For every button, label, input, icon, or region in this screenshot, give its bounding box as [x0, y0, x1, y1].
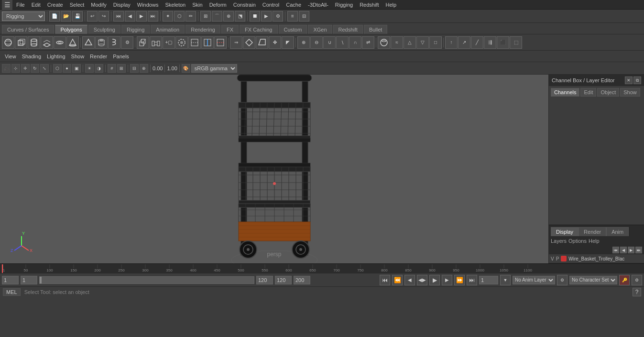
- tab-curves-surfaces[interactable]: Curves / Surfaces: [2, 25, 54, 34]
- vp-light-icon[interactable]: ☀: [85, 64, 94, 73]
- transport-end[interactable]: ⏭: [467, 275, 477, 285]
- poly-sphere-icon[interactable]: [2, 36, 14, 49]
- transport-prev[interactable]: ⏪: [392, 275, 403, 285]
- vp-wireframe-icon[interactable]: ⬡: [53, 64, 62, 73]
- tab-xgen[interactable]: XGen: [308, 25, 332, 34]
- crease-icon[interactable]: ╱: [471, 36, 483, 49]
- tab-animation[interactable]: Animation: [151, 25, 185, 34]
- tab-polygons[interactable]: Polygons: [55, 25, 87, 34]
- poly-pipe-icon[interactable]: [95, 36, 108, 49]
- undo-icon[interactable]: ↩: [87, 11, 98, 22]
- tab-custom[interactable]: Custom: [279, 25, 307, 34]
- vp-smooth-icon[interactable]: ●: [63, 64, 71, 73]
- vp-select-icon[interactable]: ⊹: [11, 64, 20, 73]
- mode-selector[interactable]: Rigging Modeling Animation FX Rendering: [2, 11, 45, 21]
- layer-name[interactable]: Wire_Basket_Trolley_Blac: [568, 256, 624, 261]
- reduce-icon[interactable]: △: [404, 36, 416, 49]
- ipr-icon[interactable]: ▶: [261, 11, 272, 22]
- layer-p[interactable]: P: [556, 256, 559, 261]
- menu-help[interactable]: Help: [383, 1, 400, 9]
- menu-cache[interactable]: Cache: [283, 1, 304, 9]
- snap-grid-icon[interactable]: ⊞: [200, 11, 211, 22]
- layer-tab-anim[interactable]: Anim: [606, 227, 629, 236]
- transport-start[interactable]: ⏮: [380, 275, 390, 285]
- render-settings-icon[interactable]: ⚙: [273, 11, 283, 22]
- select-border-icon[interactable]: ⬛: [497, 36, 509, 49]
- char-set-select[interactable]: No Character Set: [569, 276, 617, 284]
- poly-cone-icon[interactable]: [66, 36, 79, 49]
- layer-options-options[interactable]: Options: [568, 238, 587, 244]
- layer-tab-display[interactable]: Display: [551, 227, 579, 236]
- wedge-icon[interactable]: ◤: [282, 36, 294, 49]
- redo-icon[interactable]: ↪: [98, 11, 109, 22]
- menu-redshift[interactable]: Redshift: [357, 1, 382, 9]
- poly-helix-icon[interactable]: [108, 36, 120, 49]
- vp-camera-icon[interactable]: 🎥: [2, 64, 11, 73]
- tab-redshift[interactable]: Redshift: [333, 25, 363, 34]
- vp-menu-lighting[interactable]: Lighting: [44, 53, 68, 60]
- vp-shadow-icon[interactable]: ◑: [95, 64, 103, 73]
- menu-skin[interactable]: Skin: [189, 1, 205, 9]
- vertex-normal-icon[interactable]: ↑: [445, 36, 458, 49]
- anim-layer-select[interactable]: No Anim Layer: [513, 276, 555, 284]
- save-file-icon[interactable]: 💾: [72, 11, 83, 22]
- vp-menu-show[interactable]: Show: [68, 53, 87, 60]
- snap-curve-icon[interactable]: ⌒: [212, 11, 222, 22]
- average-icon[interactable]: ≈: [391, 36, 403, 49]
- anim-prev-icon[interactable]: ⏮: [113, 11, 124, 22]
- append-poly-icon[interactable]: +▢: [163, 36, 175, 49]
- anim-play-icon[interactable]: ▶: [136, 11, 147, 22]
- vp-rotate-icon[interactable]: ↻: [31, 64, 39, 73]
- vp-colorspace-icon[interactable]: 🎨: [182, 64, 190, 73]
- menu-display[interactable]: Display: [110, 1, 133, 9]
- poly-torus-icon[interactable]: [54, 36, 66, 49]
- transport-play[interactable]: ▶: [429, 275, 440, 285]
- rp-tab-show[interactable]: Show: [620, 88, 640, 97]
- vp-menu-view[interactable]: View: [2, 53, 19, 60]
- tab-rigging[interactable]: Rigging: [121, 25, 150, 34]
- vp-snap-grid-icon[interactable]: ⊟: [130, 64, 139, 73]
- menu-deform[interactable]: Deform: [207, 1, 229, 9]
- layer-tab-render[interactable]: Render: [579, 227, 606, 236]
- rp-float-icon[interactable]: ⧉: [633, 76, 641, 84]
- bool-diff-icon[interactable]: ∖: [336, 36, 349, 49]
- extrude-icon[interactable]: [137, 36, 149, 49]
- anim-prefs-icon[interactable]: ⚙: [632, 275, 642, 285]
- layer-scroll-last[interactable]: ⏭: [635, 247, 642, 253]
- menu-modify[interactable]: Modify: [88, 1, 109, 9]
- vp-snap-pt-icon[interactable]: ⊕: [140, 64, 148, 73]
- split-poly-icon[interactable]: [188, 36, 201, 49]
- vp-menu-panels[interactable]: Panels: [110, 53, 132, 60]
- mirror-icon[interactable]: ⇌: [362, 36, 374, 49]
- rp-close-icon[interactable]: ✕: [625, 76, 633, 84]
- layer-v[interactable]: V: [551, 256, 554, 261]
- 3d-viewport[interactable]: Y X Z persp: [0, 75, 548, 263]
- tab-bullet[interactable]: Bullet: [364, 25, 388, 34]
- menu-control[interactable]: Control: [260, 1, 282, 9]
- show-channels-icon[interactable]: ≡: [287, 11, 298, 22]
- menu-icon[interactable]: ☰: [2, 0, 12, 10]
- render-icon[interactable]: 🔲: [250, 11, 260, 22]
- anim-next-icon[interactable]: ⏭: [148, 11, 158, 22]
- combine-icon[interactable]: ⊕: [297, 36, 310, 49]
- current-frame-input[interactable]: [21, 276, 37, 284]
- poly-cube-icon[interactable]: [15, 36, 27, 49]
- transport-fwd-frame[interactable]: ▶: [442, 275, 452, 285]
- vp-texture-icon[interactable]: ▣: [72, 64, 81, 73]
- vp-hud-icon[interactable]: ⊞: [117, 64, 126, 73]
- select-mode-icon[interactable]: ✦: [163, 11, 173, 22]
- menu-rigging[interactable]: Rigging: [332, 1, 356, 9]
- offset-icon[interactable]: ⬚: [510, 36, 522, 49]
- vp-grid-icon[interactable]: #: [108, 64, 116, 73]
- poly-cylinder-icon[interactable]: [28, 36, 40, 49]
- merge-icon[interactable]: ⇒: [230, 36, 242, 49]
- rp-tab-object[interactable]: Object: [597, 88, 619, 97]
- menu-edit[interactable]: Edit: [29, 1, 44, 9]
- menu-3dtoall[interactable]: -3DtoAll-: [305, 1, 331, 9]
- frame-start-input[interactable]: [2, 276, 19, 284]
- transfer-icon[interactable]: ⇶: [484, 36, 496, 49]
- poke-icon[interactable]: ✤: [269, 36, 281, 49]
- menu-windows[interactable]: Windows: [134, 1, 162, 9]
- anim-layer-dropdown[interactable]: ▼: [500, 275, 511, 285]
- snap-point-icon[interactable]: ⊕: [223, 11, 234, 22]
